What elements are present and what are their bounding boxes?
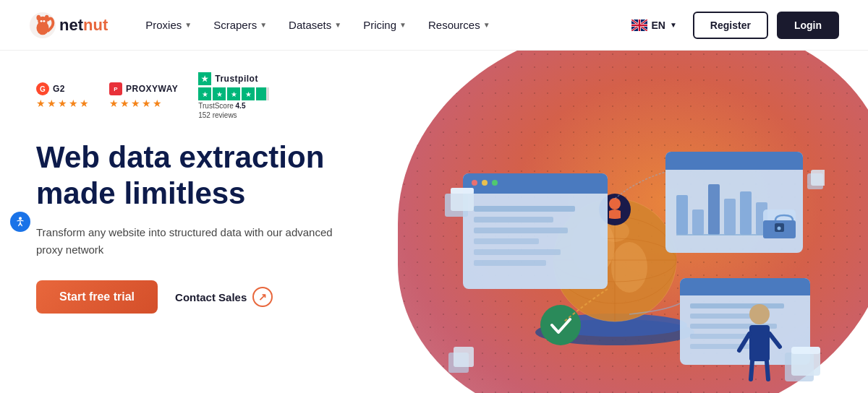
svg-point-28 (492, 180, 498, 186)
language-selector[interactable]: EN ▼ (624, 15, 684, 35)
svg-line-61 (751, 361, 752, 379)
contact-arrow-icon: ↗ (252, 287, 273, 307)
svg-point-27 (482, 180, 488, 186)
login-button[interactable]: Login (777, 12, 839, 39)
hero-illustration (405, 65, 839, 390)
chevron-down-icon: ▼ (483, 21, 490, 29)
svg-rect-72 (811, 170, 825, 186)
lang-chevron-icon: ▼ (670, 21, 677, 29)
rating-proxyway: P PROXYWAY ★ ★ ★ ★ ★ (109, 82, 178, 109)
hero-subtitle: Transform any website into structured da… (36, 224, 347, 259)
svg-rect-30 (474, 217, 553, 223)
nav-pricing[interactable]: Pricing ▼ (354, 13, 415, 37)
hero-content: G G2 ★ ★ ★ ★ ★ P PROXYWAY ★ (0, 51, 383, 335)
svg-rect-38 (676, 195, 688, 235)
trustpilot-logo: ★ (198, 72, 211, 85)
svg-rect-65 (451, 188, 474, 194)
svg-rect-32 (474, 238, 539, 244)
svg-point-6 (43, 20, 45, 22)
chevron-down-icon: ▼ (399, 21, 407, 29)
svg-point-22 (540, 305, 581, 345)
accessibility-icon[interactable] (10, 212, 30, 232)
g2-logo: G (36, 82, 49, 95)
svg-rect-67 (454, 347, 474, 367)
hero-title: Web data extraction made limitless (36, 139, 347, 211)
svg-point-57 (749, 304, 770, 324)
contact-sales-button[interactable]: Contact Sales ↗ (175, 287, 273, 307)
hero-buttons: Start free trial Contact Sales ↗ (36, 280, 347, 314)
chevron-down-icon: ▼ (260, 21, 267, 29)
svg-rect-48 (690, 303, 784, 308)
svg-point-56 (778, 227, 781, 230)
svg-rect-39 (692, 210, 704, 235)
logo-text-net: net (59, 16, 83, 35)
svg-rect-70 (791, 347, 820, 354)
nav-resources[interactable]: Resources ▼ (420, 13, 499, 37)
svg-rect-31 (474, 228, 568, 233)
svg-rect-34 (474, 260, 546, 266)
svg-point-3 (36, 14, 41, 20)
trustpilot-stars: ★ ★ ★ ★ ★ (198, 87, 269, 100)
svg-rect-47 (680, 287, 810, 295)
svg-point-26 (472, 180, 477, 186)
svg-point-21 (609, 198, 621, 210)
logo[interactable]: netnut (29, 12, 108, 39)
svg-rect-37 (665, 161, 803, 170)
nav-scrapers[interactable]: Scrapers ▼ (205, 13, 276, 37)
svg-rect-40 (708, 184, 720, 235)
nav-proxies[interactable]: Proxies ▼ (137, 13, 200, 37)
svg-point-8 (19, 217, 22, 220)
svg-rect-33 (474, 249, 561, 255)
flag-icon (631, 20, 647, 31)
svg-rect-41 (724, 199, 736, 235)
hero-section: G G2 ★ ★ ★ ★ ★ P PROXYWAY ★ (0, 51, 868, 393)
rating-trustpilot: ★ Trustpilot ★ ★ ★ ★ ★ TrustScore 4.5 15… (198, 72, 269, 119)
chevron-down-icon: ▼ (184, 21, 192, 29)
svg-line-62 (767, 361, 768, 379)
svg-point-14 (611, 242, 647, 293)
nav-datasets[interactable]: Datasets ▼ (280, 13, 350, 37)
ratings-row: G G2 ★ ★ ★ ★ ★ P PROXYWAY ★ (36, 72, 347, 119)
svg-point-5 (41, 20, 43, 22)
rating-g2: G G2 ★ ★ ★ ★ ★ (36, 82, 89, 109)
proxyway-logo: P (109, 82, 122, 95)
proxyway-stars: ★ ★ ★ ★ ★ (109, 98, 162, 109)
nav-links: Proxies ▼ Scrapers ▼ Datasets ▼ Pricing … (137, 13, 624, 37)
svg-rect-58 (749, 325, 770, 361)
nav-right: EN ▼ Register Login (624, 12, 840, 39)
g2-stars: ★ ★ ★ ★ ★ (36, 98, 89, 109)
start-trial-button[interactable]: Start free trial (36, 280, 158, 314)
logo-text-nut: nut (83, 16, 108, 35)
svg-rect-29 (474, 206, 575, 212)
logo-icon (29, 12, 56, 39)
register-button[interactable]: Register (693, 12, 768, 39)
navbar: netnut Proxies ▼ Scrapers ▼ Datasets ▼ P… (0, 0, 868, 51)
svg-rect-42 (740, 191, 752, 235)
chevron-down-icon: ▼ (334, 21, 341, 29)
